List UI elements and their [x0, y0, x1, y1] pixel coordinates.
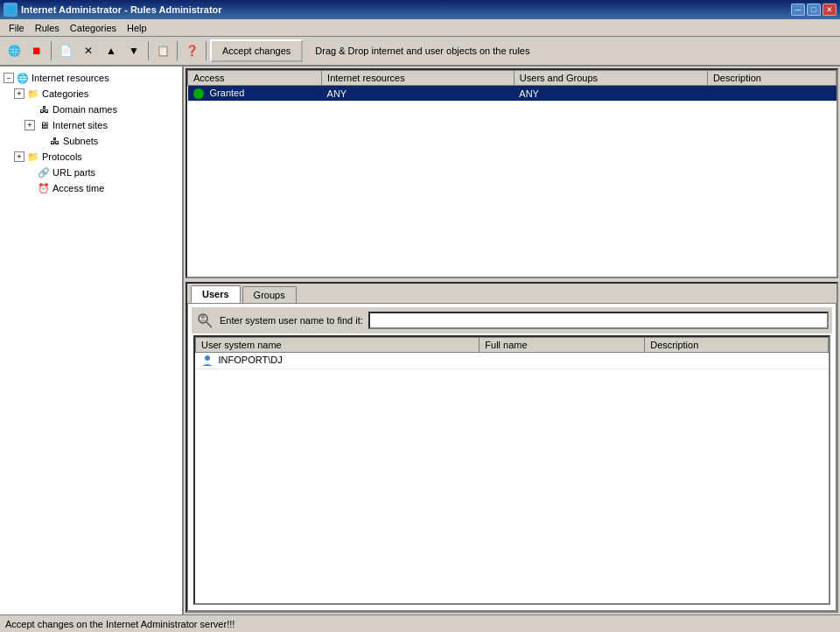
tree-label-access-time: Access time	[52, 183, 104, 193]
tree-item-domain-names[interactable]: 🖧 Domain names	[0, 102, 182, 117]
search-label: Enter system user name to find it:	[220, 315, 363, 326]
menu-help[interactable]: Help	[122, 22, 152, 34]
col-header-access: Access	[188, 71, 322, 86]
col-header-internet-resources: Internet resources	[322, 71, 514, 86]
close-button[interactable]: ✕	[822, 4, 836, 16]
svg-line-1	[206, 322, 212, 327]
user-icon	[201, 355, 214, 367]
internet-resources-icon: 🌐	[16, 71, 30, 85]
tree-toggle-categories[interactable]: +	[14, 88, 24, 99]
tree-label-internet-resources: Internet resources	[32, 73, 109, 83]
users-table: User system name Full name Description	[195, 337, 829, 369]
right-panel: Access Internet resources Users and Grou…	[184, 67, 840, 614]
tree-label-protocols: Protocols	[42, 151, 82, 162]
tree-toggle-protocols[interactable]: +	[14, 151, 24, 162]
toolbar-down-button[interactable]: ▼	[123, 40, 144, 61]
user-system-name: INFOPORT\DJ	[219, 355, 283, 365]
drag-drop-hint: Drag & Drop internet and user objects on…	[315, 46, 529, 56]
find-user-icon	[195, 311, 214, 330]
users-col-username: User system name	[196, 338, 480, 353]
tree-label-domain-names: Domain names	[52, 104, 117, 115]
rules-table: Access Internet resources Users and Grou…	[187, 70, 836, 102]
table-row[interactable]: Granted ANY ANY	[188, 86, 836, 102]
tab-users[interactable]: Users	[191, 285, 241, 303]
tree-item-url-parts[interactable]: 🔗 URL parts	[0, 165, 182, 180]
tree-label-internet-sites: Internet sites	[52, 120, 108, 130]
svg-point-3	[205, 355, 210, 361]
table-row[interactable]: INFOPORT\DJ	[196, 353, 829, 369]
internet-sites-icon: 🖥	[37, 118, 51, 132]
window-controls: ─ □ ✕	[791, 4, 836, 16]
bottom-panel: Users Groups Enter system user name to f…	[186, 282, 838, 613]
window-title: Internet Administrator - Rules Administr…	[21, 4, 222, 15]
toolbar-up-button[interactable]: ▲	[101, 40, 122, 61]
menu-file[interactable]: File	[4, 22, 30, 34]
users-col-fullname: Full name	[480, 338, 645, 353]
toolbar-separator-2	[148, 41, 149, 60]
main-layout: − 🌐 Internet resources + 📁 Categories 🖧 …	[0, 67, 840, 614]
toolbar-help-button[interactable]: ❓	[181, 40, 202, 61]
left-tree-panel: − 🌐 Internet resources + 📁 Categories 🖧 …	[0, 67, 184, 614]
menu-categories[interactable]: Categories	[65, 22, 122, 34]
tree-item-subnets[interactable]: 🖧 Subnets	[0, 133, 182, 149]
tab-groups[interactable]: Groups	[242, 286, 297, 303]
tree-item-access-time[interactable]: ⏰ Access time	[0, 180, 182, 196]
categories-icon: 📁	[26, 87, 40, 101]
tree-item-categories[interactable]: + 📁 Categories	[0, 86, 182, 102]
col-header-description: Description	[707, 71, 836, 86]
toolbar-stop-button[interactable]: ⏹	[26, 40, 47, 61]
tree-item-internet-resources[interactable]: − 🌐 Internet resources	[0, 70, 182, 86]
search-row: Enter system user name to find it:	[192, 307, 832, 334]
col-header-users-groups: Users and Groups	[514, 71, 707, 86]
tree-item-internet-sites[interactable]: + 🖥 Internet sites	[0, 117, 182, 133]
tree-label-subnets: Subnets	[63, 136, 98, 146]
rules-table-container: Access Internet resources Users and Grou…	[186, 68, 838, 278]
url-parts-icon: 🔗	[37, 165, 51, 179]
accept-changes-button[interactable]: Accept changes	[210, 39, 303, 62]
user-name-cell: INFOPORT\DJ	[196, 353, 480, 369]
user-description-cell	[645, 353, 829, 369]
rule-users-groups-cell: ANY	[514, 86, 707, 102]
tab-content-users: Enter system user name to find it: User …	[187, 303, 836, 611]
rule-description-cell	[707, 86, 836, 102]
menu-bar: File Rules Categories Help	[0, 19, 840, 37]
toolbar-delete-button[interactable]: ✕	[78, 40, 99, 61]
toolbar: 🌐 ⏹ 📄 ✕ ▲ ▼ 📋 ❓ Accept changes Drag & Dr…	[0, 37, 840, 67]
toolbar-separator-4	[206, 41, 206, 60]
toolbar-info-button[interactable]: 🌐	[4, 40, 24, 61]
subnets-icon: 🖧	[47, 134, 61, 148]
toolbar-new-button[interactable]: 📄	[55, 40, 76, 61]
tabs-bar: Users Groups	[187, 284, 836, 303]
minimize-button[interactable]: ─	[791, 4, 805, 16]
status-text: Accept changes on the Internet Administr…	[5, 619, 234, 629]
granted-icon	[193, 88, 204, 99]
svg-point-2	[201, 315, 205, 319]
title-bar: 🌐 Internet Administrator - Rules Adminis…	[0, 0, 840, 19]
users-table-container: User system name Full name Description	[193, 335, 830, 605]
toolbar-separator-3	[177, 41, 178, 60]
restore-button[interactable]: □	[807, 4, 821, 16]
tree-label-categories: Categories	[42, 88, 88, 99]
rule-internet-resources-cell: ANY	[322, 86, 514, 102]
tree-toggle-root[interactable]: −	[4, 73, 14, 83]
user-fullname-cell	[480, 353, 645, 369]
app-icon: 🌐	[4, 3, 18, 17]
domain-names-icon: 🖧	[37, 102, 51, 116]
tree-item-protocols[interactable]: + 📁 Protocols	[0, 149, 182, 165]
menu-rules[interactable]: Rules	[30, 22, 65, 34]
rule-access-label: Granted	[210, 88, 245, 98]
toolbar-separator-1	[51, 41, 52, 60]
access-time-icon: ⏰	[37, 181, 51, 195]
toolbar-view-button[interactable]: 📋	[152, 40, 173, 61]
protocols-icon: 📁	[26, 150, 40, 164]
users-col-description: Description	[645, 338, 829, 353]
status-bar: Accept changes on the Internet Administr…	[0, 614, 840, 632]
tree-label-url-parts: URL parts	[52, 167, 95, 178]
rule-access-cell: Granted	[188, 86, 322, 102]
tree-toggle-internet-sites[interactable]: +	[24, 120, 35, 130]
search-input[interactable]	[368, 312, 829, 329]
